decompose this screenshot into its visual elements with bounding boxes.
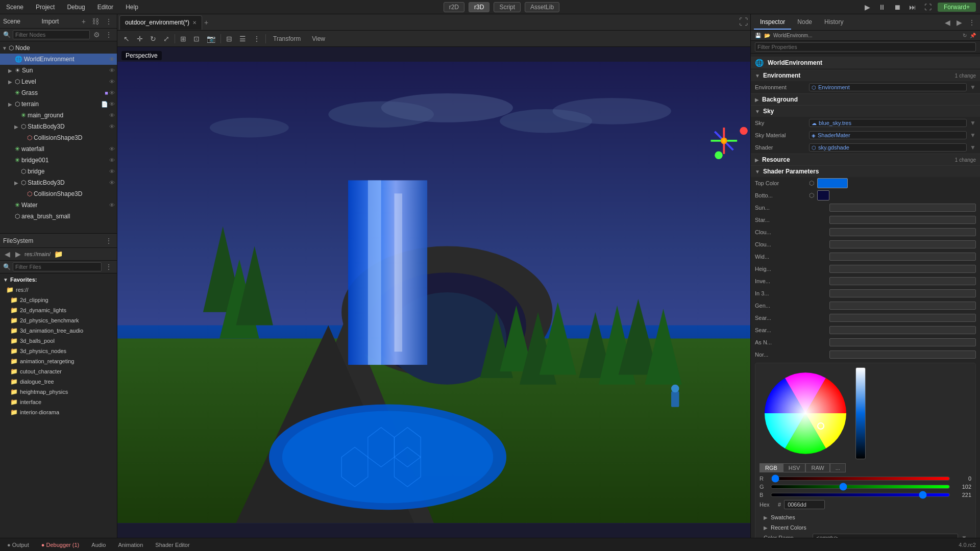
color-wheel[interactable]	[760, 367, 851, 459]
import-tab[interactable]: Import	[41, 18, 77, 25]
clouds2-param-input[interactable]	[829, 240, 976, 248]
env-edit-icon[interactable]: ▼	[970, 84, 976, 91]
tree-item-worldenv[interactable]: 🌐 WorldEnvironment 👁	[0, 54, 117, 65]
visibility-icon[interactable]: 👁	[109, 202, 115, 208]
scene-view-icon[interactable]: ⋮	[104, 30, 114, 39]
fs-item-animretarget[interactable]: 📁 animation_retargeting	[0, 356, 117, 366]
fs-item-3dphysics[interactable]: 📁 3d_physics_nodes	[0, 346, 117, 356]
fs-back-icon[interactable]: ◀	[3, 249, 12, 259]
visibility-icon[interactable]: 👁	[109, 101, 115, 108]
tab-inspector[interactable]: Inspector	[754, 15, 791, 30]
inspector-right-icon[interactable]: ▶	[955, 18, 964, 27]
pause-button[interactable]: ⏸	[876, 2, 888, 12]
shader-params-header[interactable]: ▼ Shader Parameters	[751, 165, 980, 177]
sky-material-ref[interactable]: ◈ ShaderMater	[809, 131, 967, 139]
color-ramp-value[interactable]: <empty>	[813, 534, 958, 538]
color-ramp-edit-icon[interactable]: ▼	[961, 534, 967, 538]
fs-forward-icon[interactable]: ▶	[14, 249, 22, 259]
visibility-icon[interactable]: 👁	[109, 112, 115, 118]
tree-item-staticbody2[interactable]: ▶ ⬡ StaticBody3D 👁	[0, 177, 117, 188]
width-param-input[interactable]	[829, 253, 976, 261]
gizmo-toggle[interactable]: ☰	[237, 34, 248, 44]
inspector-more-icon[interactable]: ⋮	[967, 18, 977, 27]
stars-param-input[interactable]	[829, 216, 976, 224]
visibility-icon[interactable]: 👁	[109, 157, 115, 163]
grid-toggle[interactable]: ⊟	[224, 34, 234, 44]
view-label[interactable]: View	[308, 34, 329, 43]
visibility-icon[interactable]: 👁	[109, 67, 115, 73]
debugger-button[interactable]: ● Debugger (1)	[38, 541, 83, 548]
menu-scene[interactable]: Scene	[4, 3, 26, 12]
sky-edit-icon[interactable]: ▼	[970, 119, 976, 127]
scale-tool[interactable]: ⤢	[161, 34, 172, 44]
visibility-icon[interactable]: 👁	[109, 123, 115, 130]
bottom-color-preview[interactable]	[817, 190, 829, 201]
tree-item-level[interactable]: ▶ ⬡ Level 👁	[0, 76, 117, 87]
tree-item-bridge[interactable]: ⬡ bridge 👁	[0, 166, 117, 177]
fs-item-res[interactable]: 📁 res://	[0, 285, 117, 295]
mode-2d[interactable]: r2D	[444, 2, 464, 12]
r-slider[interactable]	[771, 477, 950, 481]
inspector-left-icon[interactable]: ◀	[943, 18, 952, 27]
shader-editor-button[interactable]: Shader Editor	[152, 541, 192, 548]
fs-item-3danim[interactable]: 📁 3d_animation_tree_audio	[0, 325, 117, 336]
shader-edit-icon[interactable]: ▼	[970, 144, 976, 151]
shader-ref[interactable]: ⬡ sky.gdshade	[809, 143, 967, 152]
visibility-icon[interactable]: 👁	[109, 180, 115, 186]
filter-options-icon[interactable]: ⚙	[92, 30, 102, 39]
fs-options-icon[interactable]: ⋮	[104, 262, 114, 271]
visibility-icon[interactable]: 👁	[109, 146, 115, 152]
camera-toggle[interactable]: 📷	[205, 34, 217, 44]
filesystem-options-icon[interactable]: ⋮	[104, 236, 114, 245]
renderer-button[interactable]: Forward+	[938, 3, 976, 12]
color-mode-raw[interactable]: RAW	[805, 463, 829, 472]
bottom-color-edit-icon[interactable]: ⬡	[809, 192, 814, 199]
tree-item-mainground[interactable]: ✳ main_ground 👁	[0, 110, 117, 121]
sky-resource-ref[interactable]: ☁ blue_sky.tres	[809, 119, 967, 127]
sky-section-header[interactable]: ▼ Sky	[751, 105, 980, 117]
fs-item-dialogue[interactable]: 📁 dialogue_tree	[0, 377, 117, 387]
tree-item-collision2[interactable]: ⬡ CollisionShape3D	[0, 188, 117, 199]
swatches-row[interactable]: ▶ Swatches	[760, 512, 971, 522]
visibility-icon[interactable]: 👁	[109, 90, 115, 96]
tree-item-grass[interactable]: ✳ Grass ■ 👁	[0, 87, 117, 98]
material-edit-icon[interactable]: ▼	[970, 132, 976, 139]
color-mode-more[interactable]: ...	[830, 463, 846, 472]
scene-tab[interactable]: Scene	[3, 18, 38, 25]
tree-item-collision1[interactable]: ⬡ CollisionShape3D	[0, 132, 117, 143]
fs-item-interior[interactable]: 📁 interior-diorama	[0, 407, 117, 417]
filesystem-tab[interactable]: FileSystem	[3, 237, 101, 244]
visibility-icon[interactable]: 👁	[109, 168, 115, 174]
stop-button[interactable]: ⏹	[892, 2, 903, 12]
tree-item-node[interactable]: ▼ ⬡ Node	[0, 42, 117, 54]
rotate-tool[interactable]: ↻	[148, 34, 158, 44]
remote-button[interactable]: ⛶	[922, 2, 934, 12]
inspector-pin-icon[interactable]: 📌	[970, 33, 976, 38]
animation-button[interactable]: Animation	[115, 541, 146, 548]
g-slider[interactable]	[771, 485, 950, 489]
fs-item-heightmap[interactable]: 📁 heightmap_physics	[0, 387, 117, 397]
fs-item-2dphysics[interactable]: 📁 2d_physics_benchmark	[0, 315, 117, 325]
inspector-filter-input[interactable]	[755, 42, 976, 52]
fs-item-2dclipping[interactable]: 📁 2d_clipping	[0, 295, 117, 305]
normal-param-input[interactable]	[829, 350, 976, 359]
fs-filter-input[interactable]	[13, 262, 102, 271]
b-slider[interactable]	[771, 493, 950, 497]
mode-3d[interactable]: r3D	[469, 2, 489, 12]
in3-param-input[interactable]	[829, 289, 976, 297]
menu-debug[interactable]: Debug	[65, 3, 87, 12]
visibility-icon[interactable]: 👁	[109, 79, 115, 85]
inspector-save-icon[interactable]: 💾	[755, 33, 761, 38]
menu-help[interactable]: Help	[124, 3, 140, 12]
asn-param-input[interactable]	[829, 338, 976, 346]
menu-project[interactable]: Project	[34, 3, 57, 12]
resource-section-header[interactable]: ▶ Resource 1 change	[751, 154, 980, 165]
clouds1-param-input[interactable]	[829, 228, 976, 236]
output-button[interactable]: ● Output	[4, 541, 32, 548]
tab-node[interactable]: Node	[791, 15, 818, 30]
color-mode-rgb[interactable]: RGB	[760, 463, 783, 472]
mode-script[interactable]: Script	[494, 2, 521, 12]
invert-param-input[interactable]	[829, 277, 976, 285]
move-tool[interactable]: ✛	[135, 34, 145, 44]
local-space-toggle[interactable]: ⊡	[191, 34, 202, 44]
